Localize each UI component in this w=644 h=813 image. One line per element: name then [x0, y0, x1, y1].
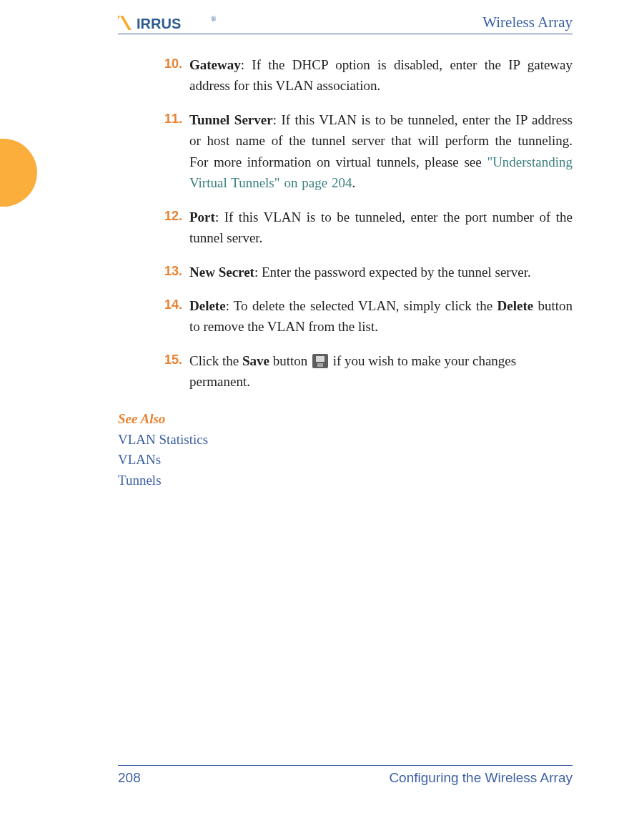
- svg-text:IRRUS: IRRUS: [137, 16, 181, 31]
- svg-text:®: ®: [211, 15, 217, 23]
- list-item-14: 14. Delete: To delete the selected VLAN,…: [159, 295, 573, 337]
- item-text: : Enter the password expected by the tun…: [254, 265, 531, 280]
- item-body: Delete: To delete the selected VLAN, sim…: [189, 295, 573, 337]
- item-title: Gateway: [189, 57, 241, 72]
- see-also-heading: See Also: [118, 411, 573, 427]
- list-item-11: 11. Tunnel Server: If this VLAN is to be…: [159, 109, 573, 194]
- page: IRRUS ® Wireless Array 10. Gateway: If t…: [0, 0, 644, 813]
- item-title: New Secret: [189, 265, 254, 280]
- item-text-before: Click the: [189, 353, 242, 368]
- logo: IRRUS ®: [118, 13, 218, 32]
- item-body: New Secret: Enter the password expected …: [189, 262, 573, 282]
- item-text: : If this VLAN is to be tunneled, enter …: [189, 210, 573, 245]
- item-text-after: .: [352, 175, 356, 190]
- list-item-10: 10. Gateway: If the DHCP option is disab…: [159, 54, 573, 97]
- save-icon: [312, 354, 328, 368]
- svg-rect-1: [120, 16, 132, 30]
- link-vlan-statistics[interactable]: VLAN Statistics: [118, 430, 573, 450]
- header: IRRUS ® Wireless Array: [118, 13, 573, 34]
- bold-delete: Delete: [497, 298, 534, 313]
- item-number: 10.: [159, 54, 182, 97]
- link-tunnels[interactable]: Tunnels: [118, 470, 573, 491]
- page-number: 208: [118, 770, 141, 786]
- svg-rect-0: [118, 16, 120, 30]
- item-number: 15.: [159, 350, 182, 393]
- list-item-12: 12. Port: If this VLAN is to be tunneled…: [159, 207, 573, 249]
- footer: 208 Configuring the Wireless Array: [118, 765, 573, 786]
- see-also: See Also VLAN Statistics VLANs Tunnels: [118, 411, 573, 491]
- item-text-before: : To delete the selected VLAN, simply cl…: [226, 298, 497, 313]
- doc-title: Wireless Array: [482, 14, 573, 31]
- footer-section: Configuring the Wireless Array: [389, 770, 573, 786]
- item-title: Delete: [189, 298, 226, 313]
- item-number: 14.: [159, 295, 182, 337]
- list-item-13: 13. New Secret: Enter the password expec…: [159, 262, 573, 282]
- item-body: Port: If this VLAN is to be tunneled, en…: [189, 207, 573, 249]
- item-number: 13.: [159, 262, 182, 282]
- item-body: Click the Save button if you wish to mak…: [189, 350, 573, 393]
- item-body: Tunnel Server: If this VLAN is to be tun…: [189, 109, 573, 194]
- list-item-15: 15. Click the Save button if you wish to…: [159, 350, 573, 393]
- content: 10. Gateway: If the DHCP option is disab…: [118, 54, 573, 491]
- item-body: Gateway: If the DHCP option is disabled,…: [189, 54, 573, 97]
- item-text-middle: button: [269, 353, 311, 368]
- item-number: 11.: [159, 109, 182, 194]
- item-title: Port: [189, 210, 215, 225]
- item-text: : If the DHCP option is disabled, enter …: [189, 57, 573, 93]
- bold-save: Save: [242, 353, 269, 368]
- link-vlans[interactable]: VLANs: [118, 450, 573, 470]
- item-number: 12.: [159, 207, 182, 249]
- item-title: Tunnel Server: [189, 112, 273, 127]
